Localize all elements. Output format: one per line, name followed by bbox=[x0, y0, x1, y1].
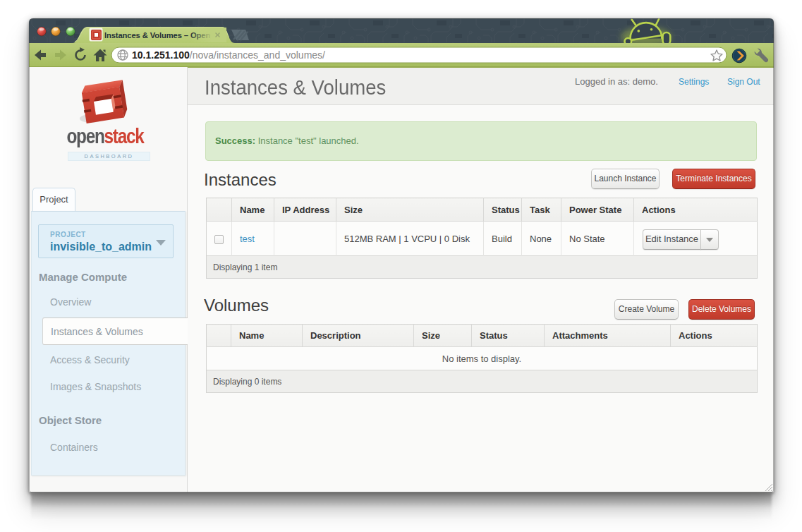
svg-text:10.1.251.100/nova/instances_an: 10.1.251.100/nova/instances_and_volumes/ bbox=[132, 49, 325, 61]
